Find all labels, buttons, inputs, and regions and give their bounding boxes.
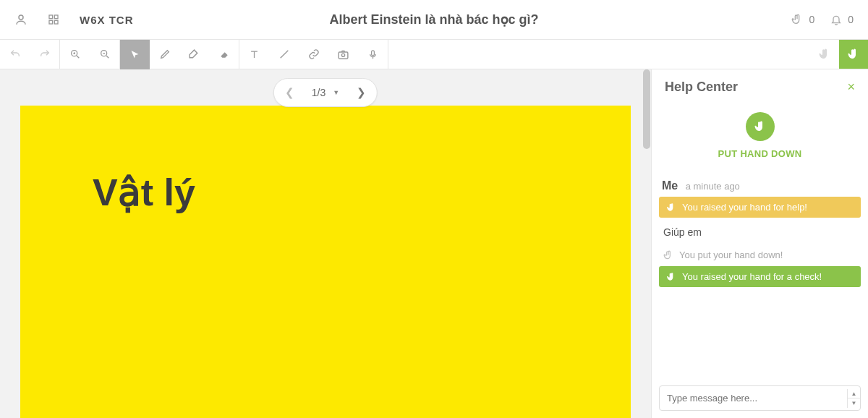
svg-rect-3 — [49, 20, 53, 24]
banner-check-text: You raised your hand for a check! — [682, 271, 822, 282]
app-header: W6X TCR Albert Einstein là nhà bác học g… — [0, 0, 868, 40]
hand-action-button[interactable] — [746, 112, 775, 141]
room-code[interactable]: W6X TCR — [80, 14, 134, 26]
composer: ▲ ▼ — [652, 378, 868, 418]
canvas-area[interactable]: ❮ 1/3 ▼ ❯ Vật lý — [0, 69, 651, 418]
meta-time: a minute ago — [686, 181, 740, 192]
message-input[interactable] — [660, 386, 847, 410]
zoom-out-button[interactable] — [90, 40, 119, 69]
hand-icon — [754, 120, 767, 133]
raise-hand-icon — [818, 48, 831, 61]
link-tool[interactable] — [299, 40, 328, 69]
status-note-text: You put your hand down! — [679, 249, 783, 260]
composer-box: ▲ ▼ — [659, 385, 861, 411]
stepper-up[interactable]: ▲ — [848, 389, 860, 398]
pointer-tool[interactable] — [120, 40, 150, 69]
grid-icon[interactable] — [48, 14, 59, 25]
svg-rect-7 — [339, 51, 348, 58]
text-tool[interactable] — [239, 40, 269, 69]
hand-icon — [791, 14, 803, 25]
raise-hand-check-button[interactable] — [839, 40, 868, 69]
insert-group — [239, 40, 388, 69]
raise-hand-help-button[interactable] — [810, 40, 839, 69]
pencil-tool[interactable] — [150, 40, 179, 69]
composer-stepper: ▲ ▼ — [847, 389, 860, 408]
page-label: 1/3 — [312, 87, 326, 98]
undo-button[interactable] — [0, 40, 30, 69]
svg-point-8 — [341, 54, 344, 56]
close-icon[interactable]: × — [847, 80, 855, 95]
next-page-button[interactable]: ❯ — [345, 86, 377, 99]
hand-check-icon — [847, 48, 860, 61]
page-navigator: ❮ 1/3 ▼ ❯ — [273, 78, 378, 107]
header-right: 0 0 — [791, 14, 854, 25]
stepper-down[interactable]: ▼ — [848, 398, 860, 408]
banner-check: You raised your hand for a check! — [659, 266, 861, 287]
meta-name: Me — [662, 179, 678, 192]
hand-icon — [666, 202, 676, 213]
help-panel-title: Help Center — [665, 80, 738, 95]
workspace: ❮ 1/3 ▼ ❯ Vật lý Help Center × PUT HAND … — [0, 69, 868, 418]
page-indicator[interactable]: 1/3 ▼ — [306, 87, 345, 98]
caret-down-icon: ▼ — [333, 89, 339, 96]
header-left: W6X TCR — [14, 13, 134, 26]
scrollbar-thumb[interactable] — [643, 69, 650, 149]
hand-icon — [663, 250, 673, 260]
slide[interactable]: Vật lý — [20, 106, 631, 418]
slide-text: Vật lý — [93, 171, 558, 214]
svg-rect-4 — [54, 20, 58, 24]
help-panel: Help Center × PUT HAND DOWN Me a minute … — [651, 69, 868, 418]
svg-rect-2 — [54, 15, 58, 19]
draw-group — [120, 40, 239, 69]
bell-counter[interactable]: 0 — [830, 14, 854, 25]
redo-button[interactable] — [30, 40, 59, 69]
zoom-group — [60, 40, 120, 69]
banner-help-text: You raised your hand for help! — [682, 202, 807, 213]
banner-help: You raised your hand for help! — [659, 197, 861, 218]
bell-icon — [830, 14, 842, 25]
status-note: You put your hand down! — [659, 244, 861, 266]
highlighter-tool[interactable] — [179, 40, 209, 69]
toolbar — [0, 40, 868, 69]
svg-rect-1 — [49, 15, 53, 19]
line-tool[interactable] — [269, 40, 299, 69]
zoom-in-button[interactable] — [60, 40, 90, 69]
hand-action-label: PUT HAND DOWN — [652, 148, 868, 159]
hand-counter[interactable]: 0 — [791, 14, 814, 25]
user-icon[interactable] — [14, 13, 27, 26]
scrollbar[interactable] — [642, 69, 651, 418]
svg-point-0 — [19, 15, 23, 20]
message-meta: Me a minute ago — [659, 174, 861, 197]
camera-tool[interactable] — [328, 40, 358, 69]
hand-action-block: PUT HAND DOWN — [652, 105, 868, 174]
prev-page-button[interactable]: ❮ — [274, 86, 306, 99]
help-panel-header: Help Center × — [652, 69, 868, 105]
message-list: Me a minute ago You raised your hand for… — [652, 174, 868, 378]
undo-group — [0, 40, 60, 69]
bell-count: 0 — [848, 14, 854, 25]
svg-rect-9 — [372, 50, 375, 55]
hand-icon — [666, 272, 676, 282]
eraser-tool[interactable] — [209, 40, 239, 69]
mic-tool[interactable] — [358, 40, 388, 69]
chat-message: Giúp em — [659, 221, 861, 244]
hand-count: 0 — [809, 14, 814, 25]
